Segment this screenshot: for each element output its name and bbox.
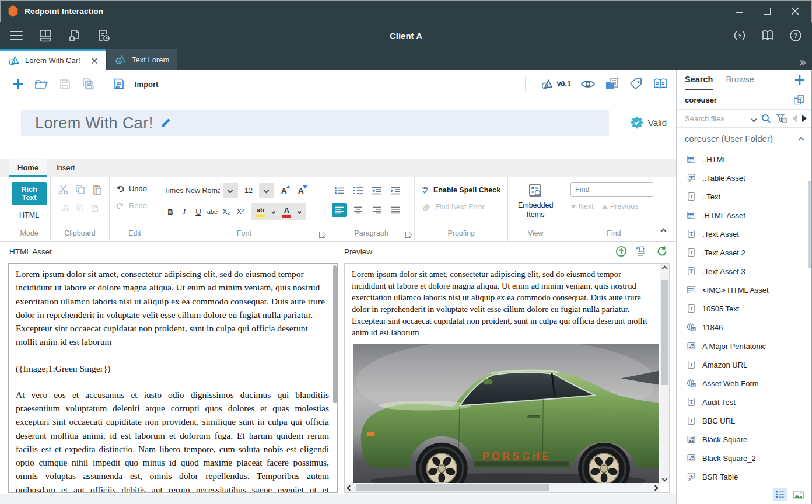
tag-icon[interactable] (629, 77, 643, 91)
highlight-dropdown-icon[interactable] (269, 211, 278, 214)
copy-to-folder-icon[interactable] (605, 77, 620, 91)
sidebar-scrollbar[interactable] (808, 181, 811, 268)
page-back-icon[interactable] (792, 115, 797, 122)
list-item[interactable]: 11846 (677, 318, 808, 337)
editor-scrollbar[interactable] (333, 265, 337, 403)
more-tabs-icon[interactable] (799, 61, 805, 65)
list-item[interactable]: Black Square_2 (677, 449, 808, 467)
preview-viewport[interactable]: Lorem ipsum dolor sit amet, consectetur … (344, 263, 670, 493)
list-item[interactable]: T.Text Asset 2 (677, 243, 808, 262)
paragraph-dialog-launcher-icon[interactable] (405, 232, 411, 238)
paste-icon[interactable] (92, 184, 102, 195)
list-item[interactable]: Asset Web Form (677, 374, 808, 393)
import-button[interactable]: Import (135, 80, 158, 89)
font-size-dropdown-icon[interactable] (259, 183, 274, 198)
justify-icon[interactable] (388, 203, 403, 217)
search-icon[interactable] (761, 114, 771, 124)
refresh-icon[interactable] (656, 246, 668, 257)
find-next-error-button[interactable]: Find Next Error (422, 203, 501, 211)
copy-icon[interactable] (75, 184, 85, 195)
highlight-color-button[interactable]: ab (253, 205, 268, 219)
cut-special-icon[interactable] (62, 204, 69, 212)
search-scope-dropdown-icon[interactable] (752, 113, 756, 124)
open-folder-icon[interactable] (33, 75, 50, 93)
list-item[interactable]: <IMG> HTML Asset (677, 281, 808, 299)
align-center-icon[interactable] (351, 203, 366, 217)
list-item[interactable]: BSR Table (677, 467, 808, 484)
font-color-button[interactable]: A (279, 205, 294, 219)
maximize-icon[interactable] (763, 7, 771, 15)
font-dialog-launcher-icon[interactable] (319, 232, 325, 238)
embedded-items-button[interactable]: Embedded Items (512, 183, 559, 219)
page-forward-icon[interactable] (802, 115, 807, 122)
list-item[interactable]: T.Text Asset (677, 225, 808, 243)
enable-spell-check-button[interactable]: ABC Enable Spell Check (422, 186, 501, 195)
align-right-icon[interactable] (369, 203, 384, 217)
subscript-button[interactable]: X₂ (220, 205, 233, 219)
edit-pencil-icon[interactable] (160, 118, 171, 128)
undo-button[interactable]: Undo (116, 184, 154, 193)
html-mode-button[interactable]: HTML (12, 211, 47, 219)
copy-special-icon[interactable] (76, 204, 84, 212)
preview-eye-icon[interactable] (580, 79, 596, 89)
new-asset-icon[interactable] (9, 75, 27, 93)
find-previous-button[interactable]: Previous (602, 202, 639, 211)
preview-vertical-scrollbar[interactable] (660, 264, 669, 483)
search-query[interactable]: coreuser (685, 96, 717, 104)
scroll-left-icon[interactable] (345, 483, 354, 492)
html-asset-editor[interactable]: Lorem ipsum dolor sit amet, consectetur … (8, 263, 338, 493)
font-family-select[interactable]: Times New Roma (164, 187, 220, 195)
find-input[interactable] (570, 182, 653, 197)
increase-indent-icon[interactable] (388, 184, 403, 198)
sidebar-tab-search[interactable]: Search (685, 70, 713, 90)
list-view-icon[interactable] (773, 488, 787, 501)
list-item[interactable]: T.Text Asset 3 (677, 262, 808, 281)
merge-fields-icon[interactable]: { } (635, 246, 648, 257)
scroll-thumb[interactable] (661, 280, 668, 385)
library-book-icon[interactable] (653, 78, 668, 90)
shrink-font-icon[interactable]: A (294, 186, 308, 195)
font-color-dropdown-icon[interactable] (295, 211, 304, 214)
rich-text-mode-button[interactable]: Rich Text (12, 182, 47, 205)
list-item[interactable]: ..Table Asset (677, 169, 808, 187)
save-icon[interactable] (56, 75, 74, 93)
open-in-folder-icon[interactable] (793, 94, 806, 106)
preview-horizontal-scrollbar[interactable] (345, 483, 660, 492)
save-all-icon[interactable] (79, 75, 97, 93)
scroll-right-icon[interactable] (650, 483, 660, 492)
list-item[interactable]: T10505 Text (677, 299, 808, 318)
ribbon-tab-insert[interactable]: Insert (48, 159, 83, 177)
list-item[interactable]: Black Square (677, 430, 808, 449)
tab-close-icon[interactable] (92, 58, 97, 64)
numbered-list-icon[interactable] (351, 184, 366, 198)
list-item[interactable]: TAmazon URL (677, 355, 808, 374)
cut-icon[interactable] (58, 184, 68, 195)
bullet-list-icon[interactable] (332, 184, 347, 198)
close-icon[interactable] (791, 7, 799, 15)
superscript-button[interactable]: X² (234, 205, 247, 219)
tab-lorem-with-car[interactable]: Lorem With Car! (0, 49, 106, 70)
font-family-dropdown-icon[interactable] (223, 183, 238, 198)
decrease-indent-icon[interactable] (369, 184, 384, 198)
underline-button[interactable]: U (192, 205, 205, 219)
folder-section-header[interactable]: coreuser (User Folder) (677, 128, 811, 149)
filter-icon[interactable] (776, 114, 787, 123)
add-asset-icon[interactable] (794, 74, 806, 86)
bold-button[interactable]: B (164, 205, 177, 219)
strikethrough-button[interactable]: abe (206, 205, 219, 219)
find-next-button[interactable]: Next (570, 202, 594, 211)
list-item[interactable]: T..Text (677, 187, 808, 206)
import-icon[interactable] (110, 75, 128, 93)
paste-special-icon[interactable] (91, 204, 99, 212)
scroll-up-icon[interactable] (660, 264, 669, 273)
scroll-thumb[interactable] (356, 484, 549, 491)
sidebar-tab-browse[interactable]: Browse (726, 70, 754, 90)
thumbnail-view-icon[interactable] (792, 488, 806, 501)
collapse-ribbon-icon[interactable] (662, 225, 676, 242)
search-files-input[interactable] (685, 114, 747, 123)
list-item[interactable]: .HTML Asset (677, 206, 808, 225)
italic-button[interactable]: I (178, 205, 191, 219)
list-item[interactable]: A Major Pentatonic (677, 337, 808, 355)
ribbon-tab-home[interactable]: Home (9, 159, 47, 177)
scroll-down-icon[interactable] (660, 474, 669, 483)
